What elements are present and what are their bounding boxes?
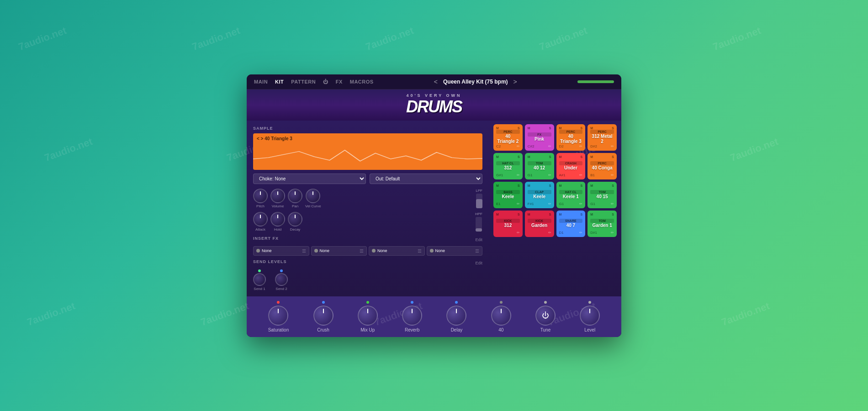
sample-display: < > 40 Triangle 3: [253, 133, 482, 170]
macro-group-4: Delay: [446, 301, 466, 332]
waveform: [253, 148, 482, 170]
macro-dot: [544, 301, 547, 304]
hpf-bar[interactable]: [476, 217, 482, 232]
pad-note-label: G1: [528, 173, 533, 177]
fx-slot-2[interactable]: None ☰: [311, 246, 367, 256]
pad-top-row: M S: [559, 126, 583, 130]
send1-knob[interactable]: [253, 273, 266, 286]
macro-knob-1[interactable]: [313, 306, 333, 326]
volume-knob[interactable]: [270, 189, 285, 203]
pad-13[interactable]: M S KICK Garden ✏: [525, 211, 554, 237]
pad-15[interactable]: M S TOM Garden 1 D#1 ✏: [587, 211, 617, 237]
macro-knob-7[interactable]: [580, 306, 600, 326]
nav-prev-button[interactable]: <: [434, 78, 438, 85]
hpf-strip: HPF: [475, 212, 482, 232]
velcurve-knob[interactable]: [306, 189, 320, 203]
pad-bottom-row: C2 ✏: [496, 144, 520, 148]
decay-knob[interactable]: [288, 212, 302, 227]
macro-label-3: Reverb: [405, 327, 419, 332]
hold-knob[interactable]: [270, 212, 285, 227]
nav-level-bar: [577, 80, 614, 83]
pad-3[interactable]: M S PERC 312 Metal 2 D#2 ✏: [587, 124, 617, 151]
pitch-label: Pitch: [256, 204, 265, 208]
nav-main[interactable]: MAIN: [254, 79, 268, 84]
watermark: 7audio.net: [17, 25, 68, 53]
pad-edit-icon: ✏: [517, 202, 520, 206]
watermark: 7audio.net: [43, 136, 94, 164]
pad-8[interactable]: M S BASS Keele E1 ✏: [493, 182, 523, 208]
nav-next-button[interactable]: >: [513, 78, 517, 85]
pad-9[interactable]: M S CLAP Keele F#1 ✏: [525, 182, 554, 208]
pad-6[interactable]: M S CRASH Under A#1 ✏: [556, 153, 586, 179]
pitch-knob[interactable]: [253, 189, 268, 203]
fx-menu-icon-2[interactable]: ☰: [360, 248, 364, 253]
watermark: 7audio.net: [711, 25, 762, 53]
pad-name-label: 40 15: [590, 194, 614, 199]
nav-macros[interactable]: MACROS: [350, 79, 374, 84]
macro-dot-row: [277, 301, 280, 304]
pad-name-label: Under: [559, 165, 583, 170]
send2-knob[interactable]: [275, 273, 288, 286]
pad-4[interactable]: M S HAT CL 312 G#1 ✏: [493, 153, 523, 179]
fx-slot-3[interactable]: None ☰: [369, 246, 425, 256]
macro-knob-3[interactable]: [402, 306, 422, 326]
nav-power-icon[interactable]: ⏻: [323, 79, 328, 84]
pad-center: TOM 40 12: [528, 161, 551, 170]
right-panel: M S PERC 40 Triangle 2 C2 ✏ M S FX Pink …: [489, 121, 621, 296]
choke-select[interactable]: Choke: None: [253, 174, 366, 184]
nav-kit[interactable]: KIT: [275, 79, 284, 84]
pad-tag-label: PERC: [559, 130, 583, 134]
pad-top-row: M S: [496, 126, 520, 130]
fx-menu-icon-1[interactable]: ☰: [302, 248, 306, 253]
pad-center: TOM Garden 1: [590, 219, 614, 228]
insert-fx-edit-button[interactable]: Edit: [475, 237, 482, 242]
macro-group-7: Level: [580, 301, 600, 332]
logo-area: 40'S VERY OWN DRUMS: [247, 90, 621, 121]
pan-knob-group: Pan: [288, 189, 302, 208]
pad-0[interactable]: M S PERC 40 Triangle 2 C2 ✏: [493, 124, 523, 151]
pad-12[interactable]: M S KICK 312 ✏: [493, 211, 523, 237]
attack-knob-group: Attack: [253, 212, 268, 232]
macro-knob-4[interactable]: [446, 306, 466, 326]
fx-slot-4[interactable]: None ☰: [427, 246, 483, 256]
macro-knob-5[interactable]: [491, 306, 511, 326]
pad-edit-icon: ✏: [611, 144, 614, 148]
pad-2[interactable]: M S PERC 40 Triangle 3 D2 ✏: [556, 124, 586, 151]
macro-dot: [411, 301, 413, 304]
send-levels-section: SEND LEVELS Edit Send 1 Send 2: [253, 259, 482, 291]
macro-dot: [277, 301, 280, 304]
pad-note-label: G#1: [496, 173, 503, 177]
macro-knob-0[interactable]: [268, 306, 288, 326]
hold-knob-group: Hold: [270, 212, 285, 232]
pan-knob[interactable]: [288, 189, 302, 203]
pad-5[interactable]: M S TOM 40 12 G1 ✏: [525, 153, 554, 179]
fx-slots-row: None ☰ None ☰ None ☰ No: [253, 246, 482, 256]
lpf-bar[interactable]: [476, 194, 482, 208]
pad-top-row: M S: [528, 155, 551, 158]
send-knobs-row: Send 1 Send 2: [253, 269, 482, 291]
fx-menu-icon-4[interactable]: ☰: [475, 248, 479, 253]
pad-top-row: M S: [528, 126, 551, 130]
pad-tag-label: SNARE: [559, 219, 583, 223]
macro-knob-6[interactable]: [535, 306, 556, 326]
pan-label: Pan: [292, 204, 298, 208]
pad-10[interactable]: M S HAT CL Keele 1 G1 ✏: [556, 182, 586, 208]
pad-11[interactable]: M S TOM 40 15 G1 ✏: [587, 182, 617, 208]
left-panel: SAMPLE < > 40 Triangle 3 Choke: None Out…: [247, 121, 489, 296]
out-select[interactable]: Out: Default: [370, 174, 482, 184]
macro-dot-row: [455, 301, 458, 304]
pad-s-tag: S: [581, 126, 583, 130]
nav-fx[interactable]: FX: [336, 79, 343, 84]
attack-knob[interactable]: [253, 212, 268, 227]
nav-pattern[interactable]: PATTERN: [291, 79, 316, 84]
pad-14[interactable]: M S SNARE 40 7 D1 ✏: [556, 211, 586, 237]
send-levels-edit-button[interactable]: Edit: [475, 261, 482, 265]
macro-dot: [588, 301, 591, 304]
fx-menu-icon-3[interactable]: ☰: [418, 248, 422, 253]
macro-knob-2[interactable]: [358, 306, 378, 326]
fx-slot-1[interactable]: None ☰: [253, 246, 309, 256]
pad-edit-icon: ✏: [579, 173, 582, 177]
pad-1[interactable]: M S FX Pink C#2 ✏: [525, 124, 554, 151]
pad-s-tag: S: [581, 184, 583, 187]
pad-7[interactable]: M S PERC 40 Conga B1 ✏: [587, 153, 617, 179]
